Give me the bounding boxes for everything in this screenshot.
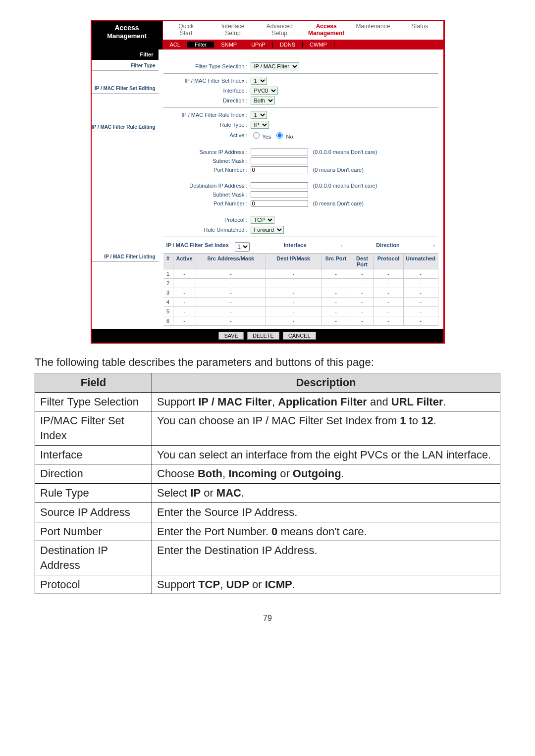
cell-field: Port Number (35, 522, 152, 541)
table-row: Rule TypeSelect IP or MAC. (35, 484, 500, 503)
cell: - (321, 307, 351, 316)
cell-desc: Enter the Port Number. 0 means don't car… (152, 522, 500, 541)
cell: - (374, 316, 404, 325)
cell: - (266, 269, 321, 278)
cell: - (196, 307, 267, 316)
cell: - (404, 298, 438, 306)
table-row: 2------- (163, 279, 438, 288)
cell: - (404, 279, 438, 288)
cancel-button[interactable]: CANCEL (283, 332, 316, 340)
cell: - (321, 269, 351, 278)
subtab-upnp[interactable]: UPnP (244, 42, 273, 48)
cell: - (196, 288, 267, 297)
tab-quickstart[interactable]: QuickStart (163, 21, 210, 40)
label-src-mask: Subnet Mask : (163, 158, 251, 164)
label-src-port: Port Number : (163, 167, 251, 173)
radio-no-label: No (286, 134, 293, 140)
select-listing-index[interactable]: 1 (235, 242, 250, 252)
radio-active-yes[interactable] (253, 132, 260, 139)
table-row: 1------- (163, 269, 438, 279)
col-src: Src Address/Mask (196, 254, 267, 269)
cell-desc: Enter the Source IP Address. (152, 503, 500, 522)
listing-title-if-val: - (338, 242, 346, 252)
cell: - (321, 316, 351, 325)
cell: - (173, 279, 196, 288)
input-src-ip[interactable] (251, 149, 308, 155)
input-dst-ip[interactable] (251, 182, 308, 189)
radio-yes-label: Yes (262, 134, 271, 140)
cell: 6 (163, 316, 173, 325)
table-row: 4------- (163, 298, 438, 307)
brand-line2: Management (94, 32, 160, 40)
select-interface[interactable]: PVC0 (251, 87, 278, 95)
sidebar-filter: Filter (92, 50, 159, 60)
cell-desc: Support IP / MAC Filter, Application Fil… (152, 392, 500, 411)
tab-access-mgmt[interactable]: AccessManagement (303, 21, 349, 40)
router-screenshot: Access Management QuickStart InterfaceSe… (91, 20, 445, 344)
cell: - (173, 288, 196, 297)
tab-status[interactable]: Status (396, 21, 443, 40)
cell: - (196, 269, 267, 278)
select-rule-index[interactable]: 1 (251, 111, 267, 119)
tab-advanced[interactable]: AdvancedSetup (256, 21, 303, 40)
col-num: # (163, 254, 173, 269)
main-form: Filter Type Selection : IP / MAC Filter … (159, 50, 443, 329)
cell: 5 (163, 307, 173, 316)
listing-title-dir: Direction (345, 242, 430, 252)
table-row: 5------- (163, 307, 438, 316)
cell: - (173, 269, 196, 278)
select-rule-type[interactable]: IP (251, 121, 269, 129)
label-rule-type: Rule Type : (163, 122, 251, 128)
select-protocol[interactable]: TCP (251, 216, 274, 224)
select-direction[interactable]: Both (251, 97, 275, 104)
hint-dst-ip: (0.0.0.0 means Don't care) (313, 183, 377, 189)
subtab-ddns[interactable]: DDNS (273, 42, 303, 48)
input-src-port[interactable] (251, 166, 308, 173)
subtab-cwmp[interactable]: CWMP (303, 42, 334, 48)
cell-field: Protocol (35, 575, 152, 594)
label-protocol: Protocol : (163, 217, 251, 223)
input-dst-mask[interactable] (251, 191, 308, 198)
input-src-mask[interactable] (251, 157, 308, 164)
table-row: 6------- (163, 316, 438, 326)
label-unmatched: Rule Unmatched : (163, 227, 251, 233)
th-desc: Description (152, 373, 500, 393)
listing-title-row: IP / MAC Filter Set Index 1 Interface - … (163, 240, 438, 253)
select-filter-type[interactable]: IP / MAC Filter (251, 62, 299, 70)
tab-maintenance[interactable]: Maintenance (350, 21, 396, 40)
cell-desc: You can select an interface from the eig… (152, 445, 500, 464)
table-row: 3------- (163, 288, 438, 298)
select-unmatched[interactable]: Forward (251, 226, 284, 234)
cell: 2 (163, 279, 173, 288)
sidebar-filter-listing: IP / MAC Filter Listing (92, 251, 159, 262)
table-row: IP/MAC Filter Set IndexYou can choose an… (35, 411, 500, 445)
cell-field: Filter Type Selection (35, 392, 152, 411)
cell: 4 (163, 298, 173, 306)
tab-interface[interactable]: InterfaceSetup (210, 21, 256, 40)
cell: - (321, 288, 351, 297)
caption: The following table describes the parame… (35, 356, 500, 369)
cell: - (404, 288, 438, 297)
cell: - (404, 269, 438, 278)
select-set-index[interactable]: 1 (251, 77, 267, 85)
sub-nav: ACL Filter SNMP UPnP DDNS CWMP (163, 40, 443, 50)
subtab-filter[interactable]: Filter (188, 42, 214, 48)
cell: - (374, 298, 404, 306)
cell: 1 (163, 269, 173, 278)
subtab-acl[interactable]: ACL (163, 42, 188, 48)
hint-src-ip: (0.0.0.0 means Don't care) (313, 149, 377, 155)
label-dst-port: Port Number : (163, 201, 251, 206)
col-dst: Dest IP/Mask (266, 254, 321, 269)
save-button[interactable]: SAVE (218, 332, 244, 340)
cell-desc: You can choose an IP / MAC Filter Set In… (152, 411, 500, 445)
delete-button[interactable]: DELETE (247, 332, 279, 340)
subtab-snmp[interactable]: SNMP (214, 42, 244, 48)
cell: - (321, 279, 351, 288)
input-dst-port[interactable] (251, 200, 308, 207)
cell: - (196, 279, 267, 288)
cell-field: Interface (35, 445, 152, 464)
table-row: InterfaceYou can select an interface fro… (35, 445, 500, 464)
radio-active-no[interactable] (276, 132, 283, 139)
sidebar-filter-type: Filter Type (92, 60, 159, 71)
cell: - (196, 316, 267, 325)
